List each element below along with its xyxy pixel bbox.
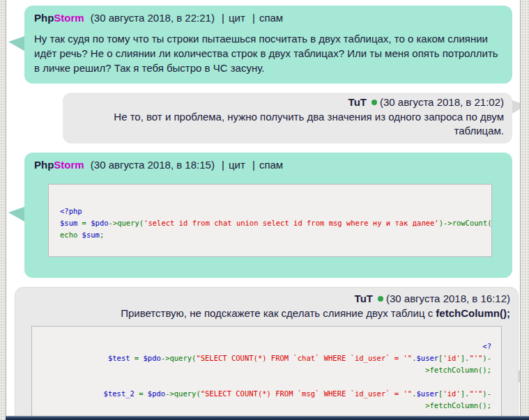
footer-bar	[6, 416, 529, 420]
message-body-text: Приветствую, не подскажете как сделать с…	[121, 307, 436, 319]
message-header: TuT(30 августа 2018, в 21:02)	[71, 95, 504, 109]
bubble-tail-right	[512, 100, 521, 114]
separator: |	[252, 159, 255, 171]
bubble-tail-left	[8, 207, 24, 221]
spam-link[interactable]: спам	[259, 159, 283, 171]
thread-content: PhpStorm (30 августа 2018, в 22:21) |цит…	[6, 0, 521, 420]
timestamp: (30 августа 2018, в 21:02)	[380, 96, 504, 108]
author-name-tut[interactable]: TuT	[355, 293, 373, 304]
php-code-block: <?$test = $pdo->query("SELECT COUNT(*) F…	[31, 326, 502, 420]
message-tut-1612: TuT(30 августа 2018, в 16:12) Приветству…	[15, 287, 519, 420]
online-status-icon	[378, 296, 383, 302]
separator: |	[222, 12, 224, 24]
bubble-tail-right	[518, 370, 521, 383]
timestamp: (30 августа 2018, в 16:12)	[386, 293, 510, 304]
message-body: Приветствую, не подскажете как сделать с…	[23, 306, 510, 320]
online-status-icon	[371, 100, 377, 105]
timestamp: (30 августа 2018, в 18:15)	[91, 159, 215, 171]
author-name-part: Php	[34, 159, 54, 171]
author-name-part: Storm	[54, 12, 84, 24]
timestamp: (30 августа 2018, в 22:21)	[91, 12, 215, 24]
quote-link[interactable]: цит	[229, 12, 245, 24]
author-name-part: Php	[34, 12, 54, 24]
message-header: PhpStorm (30 августа 2018, в 22:21) |цит…	[34, 11, 503, 24]
separator: |	[222, 159, 224, 171]
author-name-phpstorm[interactable]: PhpStorm	[34, 12, 84, 24]
author-name-phpstorm[interactable]: PhpStorm	[34, 159, 84, 171]
message-body-bold: fetchColumn();	[436, 307, 510, 319]
bubble-tail-left	[8, 36, 24, 51]
message-body: Ну так судя по тому что ты строки пытаеш…	[34, 31, 503, 75]
message-phpstorm-1815: PhpStorm (30 августа 2018, в 18:15) |цит…	[24, 153, 512, 278]
author-name-part: Storm	[54, 159, 84, 171]
message-tut-2102: TuT(30 августа 2018, в 21:02) Не то, вот…	[63, 93, 512, 143]
php-code-block: <?php$sum = $pdo->query('select id from …	[48, 184, 492, 257]
quote-link[interactable]: цит	[229, 159, 245, 171]
separator: |	[252, 12, 255, 24]
message-body: Не то, вот и проблема, нужно получить дв…	[71, 110, 504, 138]
message-header: TuT(30 августа 2018, в 16:12)	[23, 292, 510, 305]
author-name-tut[interactable]: TuT	[348, 96, 367, 108]
spam-link[interactable]: спам	[259, 12, 283, 24]
message-phpstorm-2221: PhpStorm (30 августа 2018, в 22:21) |цит…	[24, 6, 512, 84]
message-header: PhpStorm (30 августа 2018, в 18:15) |цит…	[34, 158, 503, 171]
